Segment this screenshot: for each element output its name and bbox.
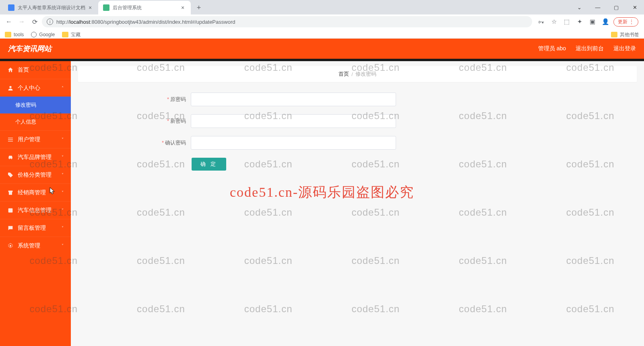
tab-title: 后台管理系统: [113, 4, 178, 11]
bookmark-tools[interactable]: tools: [5, 32, 24, 37]
close-icon[interactable]: ×: [180, 4, 186, 11]
browser-tab-2[interactable]: 后台管理系统 ×: [98, 1, 191, 14]
admin-label[interactable]: 管理员 abo: [538, 45, 566, 52]
sidebar-item-home[interactable]: 首页: [0, 61, 71, 79]
user-icon: [7, 85, 14, 91]
sidebar-item-carinfo-mgmt[interactable]: 汽车信息管理 ˅: [0, 201, 71, 219]
sidebar-label: 价格分类管理: [18, 171, 58, 179]
new-tab-button[interactable]: +: [193, 2, 204, 13]
chevron-down-icon: ˅: [62, 190, 64, 195]
cursor-icon: [49, 187, 56, 195]
panel-icon[interactable]: ▣: [588, 17, 597, 27]
sidebar-sub-label: 个人信息: [15, 118, 36, 126]
chevron-down-icon: ˅: [62, 155, 64, 159]
submit-button[interactable]: 确 定: [192, 158, 226, 171]
globe-icon: [31, 32, 37, 37]
browser-chrome: 太平人寿签章系统详细设计文档 × 后台管理系统 × + ⌄ — ▢ ✕ ← → …: [0, 0, 644, 39]
bookmark-bar: tools Google 宝藏 其他书签: [0, 29, 644, 40]
sidebar-sub-profile[interactable]: 个人信息: [0, 113, 71, 130]
sidebar-label: 系统管理: [18, 242, 58, 249]
main-content: 首页 / 修改密码 *原密码 *新密码 *确认密码 确 定: [71, 61, 644, 346]
folder-icon: [611, 32, 617, 37]
key-icon[interactable]: 🗝: [536, 17, 546, 27]
sidebar-label: 汽车信息管理: [18, 207, 58, 214]
nav-forward-button[interactable]: →: [16, 16, 27, 27]
bookmark-google[interactable]: Google: [31, 32, 55, 37]
home-icon: [7, 67, 14, 73]
sidebar-label: 用户管理: [18, 136, 58, 143]
new-pwd-input[interactable]: [191, 114, 396, 128]
password-form: *原密码 *新密码 *确认密码 确 定: [78, 82, 637, 171]
bookmark-star-icon[interactable]: ☆: [549, 17, 559, 27]
window-dropdown[interactable]: ⌄: [570, 1, 588, 14]
sidebar-item-dealer-mgmt[interactable]: 经销商管理 ˅: [0, 183, 71, 201]
folder-icon: [5, 32, 11, 37]
window-controls: ⌄ — ▢ ✕: [570, 0, 644, 14]
chevron-down-icon: ˅: [62, 243, 64, 248]
svg-rect-2: [8, 139, 13, 140]
form-row-old-pwd: *原密码: [78, 93, 637, 106]
window-maximize[interactable]: ▢: [607, 1, 625, 14]
new-pwd-label: *新密码: [78, 117, 191, 125]
app-header: 汽车资讯网站 管理员 abo 退出到前台 退出登录: [0, 39, 644, 59]
exit-to-front-link[interactable]: 退出到前台: [576, 45, 604, 52]
sidebar-sub-label: 修改密码: [15, 101, 36, 109]
sidebar-item-user-mgmt[interactable]: 用户管理 ˅: [0, 130, 71, 148]
sidebar-item-brand-mgmt[interactable]: 汽车品牌管理 ˅: [0, 148, 71, 166]
chevron-down-icon: ˅: [62, 208, 64, 212]
tab-strip: 太平人寿签章系统详细设计文档 × 后台管理系统 × + ⌄ — ▢ ✕: [0, 0, 644, 14]
sidebar: 首页 个人中心 ˄ 修改密码 个人信息 用户管理 ˅ 汽车品牌管理: [0, 61, 71, 346]
install-icon[interactable]: ⬚: [562, 17, 572, 27]
sidebar-label: 汽车品牌管理: [18, 154, 58, 161]
svg-point-5: [10, 245, 11, 247]
sidebar-item-personal[interactable]: 个人中心 ˄: [0, 79, 71, 97]
tag-icon: [7, 172, 14, 178]
chevron-up-icon: ˄: [62, 86, 64, 90]
browser-tab-1[interactable]: 太平人寿签章系统详细设计文档 ×: [3, 1, 98, 14]
chevron-down-icon: ˅: [62, 137, 64, 142]
confirm-pwd-label: *确认密码: [78, 139, 191, 146]
old-pwd-input[interactable]: [191, 93, 396, 106]
tab-title: 太平人寿签章系统详细设计文档: [18, 4, 85, 11]
address-bar-actions: 🗝 ☆ ⬚ ✦ ▣ 👤 更新⋮: [534, 17, 641, 27]
message-icon: [7, 225, 14, 231]
window-minimize[interactable]: —: [588, 1, 607, 14]
store-icon: [7, 189, 14, 196]
chevron-down-icon: ˅: [62, 173, 64, 177]
breadcrumb: 首页 / 修改密码: [78, 66, 637, 82]
breadcrumb-sep: /: [351, 71, 353, 77]
sidebar-item-price-mgmt[interactable]: 价格分类管理 ˅: [0, 166, 71, 183]
app-body: 首页 个人中心 ˄ 修改密码 个人信息 用户管理 ˅ 汽车品牌管理: [0, 61, 644, 346]
svg-rect-4: [8, 208, 13, 212]
sidebar-item-sys-mgmt[interactable]: 系统管理 ˅: [0, 237, 71, 254]
logout-link[interactable]: 退出登录: [613, 45, 636, 52]
bookmark-other[interactable]: 其他书签: [611, 31, 639, 38]
close-icon[interactable]: ×: [87, 4, 93, 11]
form-actions: 确 定: [78, 158, 637, 171]
info-icon: [7, 207, 14, 214]
sidebar-sub-password[interactable]: 修改密码: [0, 97, 71, 113]
doc-icon: [8, 4, 14, 11]
extensions-icon[interactable]: ✦: [575, 17, 584, 27]
window-close[interactable]: ✕: [625, 1, 644, 14]
header-actions: 管理员 abo 退出到前台 退出登录: [538, 45, 636, 52]
svg-rect-1: [8, 138, 13, 138]
vue-icon: [103, 4, 109, 11]
confirm-pwd-input[interactable]: [191, 136, 396, 150]
url-input[interactable]: i http://localhost:8080/springbootjtw43/…: [42, 16, 532, 27]
app-logo: 汽车资讯网站: [8, 44, 52, 54]
sidebar-item-board-mgmt[interactable]: 留言板管理 ˅: [0, 219, 71, 237]
bookmark-treasure[interactable]: 宝藏: [62, 31, 80, 38]
nav-back-button[interactable]: ←: [3, 16, 14, 27]
sidebar-label: 个人中心: [18, 84, 58, 92]
breadcrumb-home[interactable]: 首页: [339, 70, 349, 78]
site-info-icon[interactable]: i: [47, 19, 53, 25]
sidebar-label: 留言板管理: [18, 224, 58, 232]
form-row-new-pwd: *新密码: [78, 114, 637, 128]
svg-point-0: [9, 86, 11, 88]
update-button[interactable]: 更新⋮: [613, 17, 638, 27]
car-icon: [7, 154, 14, 161]
old-pwd-label: *原密码: [78, 96, 191, 103]
profile-icon[interactable]: 👤: [601, 17, 610, 27]
nav-reload-button[interactable]: ⟳: [29, 16, 40, 27]
